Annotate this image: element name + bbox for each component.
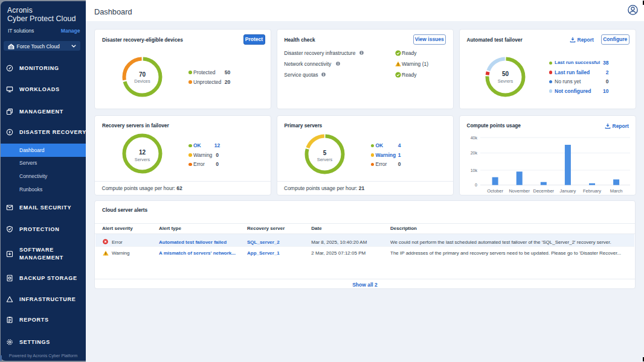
svg-text:November: November [509, 188, 530, 194]
svg-text:20k: 20k [470, 151, 477, 155]
svg-text:March: March [610, 188, 622, 194]
svg-text:January: January [559, 188, 576, 194]
svg-text:February: February [582, 188, 601, 194]
svg-text:October: October [487, 188, 503, 194]
svg-text:0: 0 [475, 183, 477, 187]
svg-text:10k: 10k [470, 168, 477, 173]
svg-text:40k: 40k [470, 136, 477, 140]
svg-text:December: December [533, 188, 554, 194]
